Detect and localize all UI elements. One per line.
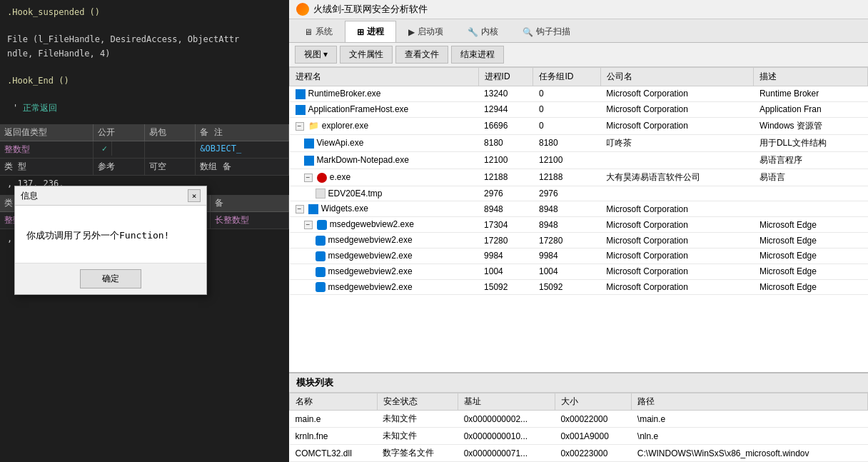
view-label: 视图 ▾ [304, 49, 328, 61]
toolbar: 视图 ▾ 文件属性 查看文件 结束进程 [289, 43, 868, 67]
right-panel: 火绒剑-互联网安全分析软件 🖥 系统 ⊞ 进程 ▶ 启动项 🔧 内核 🔍 钩子扫… [289, 0, 868, 462]
process-icon-edge [316, 236, 326, 246]
tab-system[interactable]: 🖥 系统 [292, 21, 345, 42]
process-table: 进程名 进程ID 任务组ID 公司名 描述 RuntimeBroker.exe … [289, 67, 868, 295]
process-icon [308, 204, 318, 214]
module-table-header: 名称 安全状态 基址 大小 路径 [290, 393, 868, 411]
collapse-button[interactable]: − [296, 122, 304, 131]
process-icon [304, 156, 314, 166]
end-process-button[interactable]: 结束进程 [451, 46, 504, 64]
right-main: 进程名 进程ID 任务组ID 公司名 描述 RuntimeBroker.exe … [289, 67, 868, 462]
col-public: 公开 [94, 124, 145, 141]
tab-system-label: 系统 [316, 26, 333, 38]
code-line-4: ndle, FileHandle, 4) [7, 47, 282, 61]
info-dialog: 信息 × 你成功调用了另外一个Function! 确定 [14, 186, 207, 295]
app-icon [296, 3, 309, 16]
col-module-path: 路径 [632, 393, 868, 411]
table-row[interactable]: − 📁explorer.exe 16696 0 Microsoft Corpor… [290, 117, 868, 134]
process-icon-edge [316, 251, 326, 261]
col-module-size: 大小 [555, 393, 631, 411]
col-tid: 任务组ID [533, 68, 600, 86]
table-row[interactable]: msedgewebview2.exe 9984 9984 Microsoft C… [290, 248, 868, 263]
col-module-base: 基址 [458, 393, 555, 411]
title-bar: 火绒剑-互联网安全分析软件 [289, 0, 868, 19]
table1-row-1: 整数型 ✓ &OBJECT_ [0, 141, 289, 159]
col-process-name: 进程名 [290, 68, 479, 86]
col-desc: 描述 [754, 68, 868, 86]
left-code-panel: .Hook_suspended () File (l_FileHandle, D… [0, 0, 289, 462]
table-row[interactable]: − msedgewebview2.exe 17304 8948 Microsof… [290, 217, 868, 233]
table-row[interactable]: krnln.fne 未知文件 0x0000000010... 0x001A900… [290, 428, 868, 445]
process-icon [304, 139, 314, 149]
code-line-3: File (l_FileHandle, DesiredAccess, Objec… [7, 33, 282, 46]
table-row[interactable]: EDV20E4.tmp 2976 2976 [290, 186, 868, 201]
col-pid: 进程ID [478, 68, 533, 86]
system-icon: 🖥 [304, 27, 313, 37]
collapse-button[interactable]: − [304, 221, 313, 229]
app-title: 火绒剑-互联网安全分析软件 [313, 3, 428, 16]
process-icon-edge [317, 220, 327, 230]
process-icon-edge [316, 282, 326, 292]
left-table-1-header: 返回值类型 公开 易包 备 注 [0, 124, 289, 141]
process-icon [296, 89, 306, 99]
module-section-title: 模块列表 [289, 373, 868, 393]
col-note: 备 注 [196, 124, 289, 141]
process-icon-file [316, 189, 326, 199]
tab-hook-scan-label: 钩子扫描 [536, 26, 570, 38]
tab-process[interactable]: ⊞ 进程 [345, 21, 396, 42]
tab-startup-label: 启动项 [418, 26, 443, 38]
tab-hook-scan[interactable]: 🔍 钩子扫描 [510, 21, 582, 42]
dialog-body: 你成功调用了另外一个Function! [15, 206, 206, 263]
tab-kernel[interactable]: 🔧 内核 [455, 21, 510, 42]
left-table-1: 返回值类型 公开 易包 备 注 整数型 ✓ &OBJECT_ 类 型 参考 可空… [0, 124, 289, 176]
table-row[interactable]: − e.exe 12188 12188 大有昊涛易语言软件公司 易语言 [290, 169, 868, 186]
tab-process-label: 进程 [367, 26, 384, 38]
code-line-1: .Hook_suspended () [7, 6, 282, 19]
tab-startup[interactable]: ▶ 启动项 [396, 21, 455, 42]
table1-row-2: 类 型 参考 可空 数组 备 [0, 159, 289, 176]
table-row[interactable]: − Widgets.exe 8948 8948 Microsoft Corpor… [290, 201, 868, 217]
table-row[interactable]: msedgewebview2.exe 1004 1004 Microsoft C… [290, 263, 868, 279]
module-table: 名称 安全状态 基址 大小 路径 main.e 未知文件 0x000000000… [289, 393, 868, 462]
module-section: 模块列表 名称 安全状态 基址 大小 路径 main.e 未知文件 0x0 [289, 372, 868, 462]
process-icon: ⊞ [357, 27, 364, 37]
process-icon [296, 105, 306, 115]
table-row[interactable]: ViewApi.exe 8180 8180 叮咚茶 用于DLL文件结构 [290, 134, 868, 151]
folder-icon: 📁 [308, 121, 319, 131]
code-line-2 [7, 19, 282, 33]
view-file-button[interactable]: 查看文件 [395, 46, 448, 64]
table-row[interactable]: msedgewebview2.exe 15092 15092 Microsoft… [290, 279, 868, 295]
table-row[interactable]: COMCTL32.dll 数字签名文件 0x0000000071... 0x00… [290, 445, 868, 462]
collapse-button[interactable]: − [296, 205, 304, 214]
code-normal-return: 正常返回 [23, 103, 57, 113]
dialog-titlebar: 信息 × [15, 186, 206, 206]
startup-icon: ▶ [408, 27, 415, 37]
process-table-container[interactable]: 进程名 进程ID 任务组ID 公司名 描述 RuntimeBroker.exe … [289, 67, 868, 372]
tab-bar: 🖥 系统 ⊞ 进程 ▶ 启动项 🔧 内核 🔍 钩子扫描 [289, 19, 868, 43]
tab-kernel-label: 内核 [481, 26, 498, 38]
col-module-name: 名称 [290, 393, 378, 411]
table-row[interactable]: msedgewebview2.exe 17280 17280 Microsoft… [290, 233, 868, 248]
dialog-ok-button[interactable]: 确定 [80, 269, 141, 288]
dialog-message: 你成功调用了另外一个Function! [26, 229, 169, 242]
process-icon-edge [316, 267, 326, 277]
process-icon-red [317, 173, 327, 183]
table-row[interactable]: main.e 未知文件 0x0000000002... 0x00022000 \… [290, 411, 868, 428]
col-company: 公司名 [600, 68, 754, 86]
table-row[interactable]: RuntimeBroker.exe 13240 0 Microsoft Corp… [290, 86, 868, 102]
code-area: .Hook_suspended () File (l_FileHandle, D… [0, 0, 289, 121]
col-easy-pack: 易包 [145, 124, 196, 141]
col-module-status: 安全状态 [377, 393, 458, 411]
table-row[interactable]: MarkDown-Notepad.exe 12100 12100 易语言程序 [290, 151, 868, 169]
process-table-header: 进程名 进程ID 任务组ID 公司名 描述 [290, 68, 868, 86]
dialog-close-button[interactable]: × [188, 189, 201, 202]
view-button[interactable]: 视图 ▾ [295, 46, 337, 64]
code-line-5: .Hook_End () [7, 74, 282, 88]
dialog-footer: 确定 [15, 263, 206, 294]
dialog-title: 信息 [21, 190, 38, 202]
table-row[interactable]: ApplicationFrameHost.exe 12944 0 Microso… [290, 101, 868, 117]
collapse-button[interactable]: − [304, 174, 313, 182]
file-attr-button[interactable]: 文件属性 [340, 46, 393, 64]
hook-icon: 🔍 [523, 27, 533, 37]
kernel-icon: 🔧 [468, 27, 478, 37]
